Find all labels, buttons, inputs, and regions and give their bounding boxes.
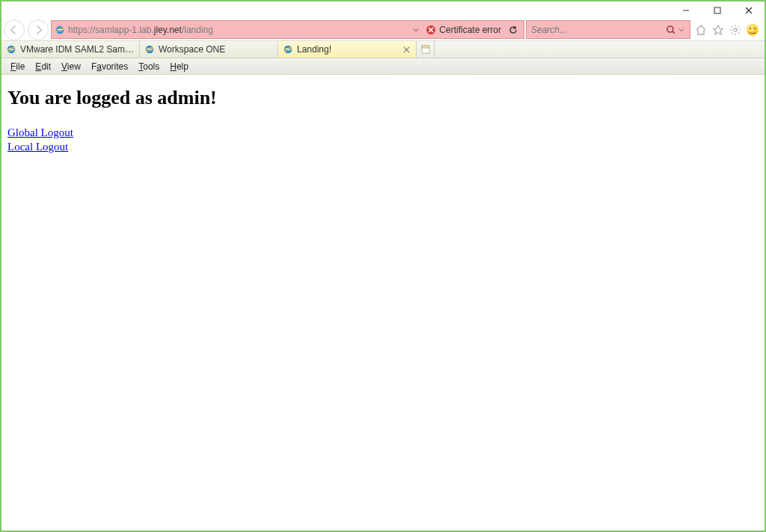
url-host: jley.net (154, 25, 182, 35)
svg-rect-1 (714, 7, 720, 13)
tab-label: Workspace ONE (159, 44, 273, 55)
url-text[interactable]: https://samlapp-1.lab.jley.net/landing (68, 25, 411, 35)
navigation-bar: https://samlapp-1.lab.jley.net/landing C… (1, 19, 765, 40)
new-tab-button[interactable] (417, 41, 435, 58)
url-prefix: https://samlapp-1.lab. (68, 25, 154, 35)
settings-icon[interactable] (728, 22, 743, 37)
tab-label: Landing! (297, 44, 397, 55)
back-button[interactable] (4, 19, 25, 40)
svg-rect-6 (58, 29, 63, 30)
page-heading: You are logged as admin! (7, 87, 759, 109)
svg-point-10 (667, 26, 673, 32)
svg-rect-18 (147, 49, 153, 49)
minimize-button[interactable] (670, 2, 702, 19)
ie-icon (55, 25, 65, 35)
close-tab-icon[interactable] (401, 44, 411, 55)
tab-workspace-one[interactable]: Workspace ONE (140, 41, 278, 58)
search-input[interactable] (531, 25, 664, 35)
address-bar[interactable]: https://samlapp-1.lab.jley.net/landing C… (51, 20, 524, 39)
url-suffix: /landing (182, 25, 213, 35)
menu-edit[interactable]: Edit (31, 60, 55, 73)
window-titlebar (1, 1, 765, 19)
feedback-icon[interactable] (745, 22, 760, 37)
ie-icon (6, 44, 16, 55)
ie-icon (144, 44, 155, 55)
svg-rect-21 (286, 49, 291, 49)
certificate-error[interactable]: Certificate error (421, 25, 506, 35)
svg-point-12 (734, 28, 737, 31)
forward-button[interactable] (28, 19, 49, 40)
tab-vmware-idm[interactable]: VMware IDM SAML2 Sample A… (1, 41, 140, 58)
search-bar[interactable] (526, 20, 690, 39)
menu-view[interactable]: View (57, 60, 85, 73)
certificate-error-icon (426, 25, 436, 35)
menu-tools[interactable]: Tools (134, 60, 164, 73)
search-dropdown[interactable] (678, 27, 685, 33)
tab-label: VMware IDM SAML2 Sample A… (20, 44, 135, 55)
menu-file[interactable]: File (6, 60, 29, 73)
local-logout-link[interactable]: Local Logout (7, 140, 759, 154)
svg-line-11 (672, 31, 675, 34)
menu-favorites[interactable]: Favorites (87, 60, 132, 73)
tabs-bar: VMware IDM SAML2 Sample A… Workspace ONE… (1, 40, 765, 58)
favorites-icon[interactable] (711, 22, 726, 37)
tab-landing[interactable]: Landing! (278, 41, 417, 58)
page-content: You are logged as admin! Global Logout L… (1, 75, 765, 160)
refresh-button[interactable] (506, 25, 521, 35)
address-dropdown[interactable] (411, 27, 421, 33)
home-icon[interactable] (693, 22, 708, 37)
global-logout-link[interactable]: Global Logout (7, 126, 759, 140)
certificate-error-label: Certificate error (439, 25, 501, 35)
menu-bar: File Edit View Favorites Tools Help (1, 58, 765, 75)
search-icon[interactable] (664, 25, 678, 35)
svg-rect-15 (9, 49, 14, 49)
svg-rect-25 (422, 46, 429, 48)
ie-icon (283, 44, 293, 55)
close-window-button[interactable] (733, 2, 765, 19)
maximize-button[interactable] (702, 2, 733, 19)
menu-help[interactable]: Help (165, 60, 193, 73)
toolbar-icons (692, 19, 762, 40)
